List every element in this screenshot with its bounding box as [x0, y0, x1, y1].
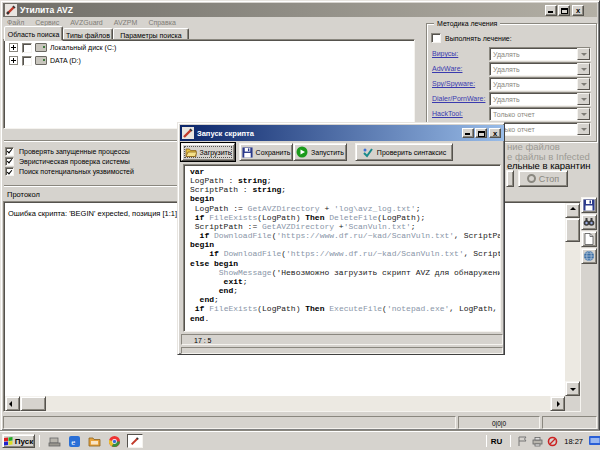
tray-flag-icon[interactable] — [517, 436, 528, 447]
treatment-action-combo[interactable]: Удалять — [489, 62, 591, 76]
stop-icon — [527, 174, 536, 183]
syntax-check-icon — [362, 147, 374, 158]
treatment-row: Spy/Spyware: Удалять — [427, 77, 598, 92]
script-dialog: Запуск скрипта x var LogPath : string; S… — [177, 122, 505, 355]
treatment-category-link[interactable]: Вирусы: — [432, 50, 458, 57]
clock: 18:27 — [564, 437, 583, 446]
start-button[interactable]: Пуск — [2, 434, 35, 448]
scan-option[interactable]: Эвристическая проверка системы — [5, 156, 134, 166]
web-button[interactable] — [581, 248, 597, 264]
treatment-action-combo[interactable]: Удалять — [489, 77, 591, 91]
scan-option-checkbox[interactable] — [5, 147, 14, 156]
script-editor[interactable]: var LogPath : string; ScriptPath : strin… — [183, 164, 501, 332]
treatment-group-title: Методика лечения — [434, 20, 500, 27]
save-log-button[interactable] — [581, 197, 597, 213]
clear-log-button[interactable] — [581, 231, 597, 247]
start-scan-button-fragment[interactable] — [506, 170, 514, 187]
treatment-category-link[interactable]: Spy/Spyware: — [432, 80, 475, 87]
treatment-action-combo[interactable]: Удалять — [489, 47, 591, 61]
treatment-category-link[interactable]: AdvWare: — [432, 65, 462, 72]
tree-checkbox[interactable] — [22, 56, 32, 66]
tree-item[interactable]: DATA (D:) — [4, 55, 414, 66]
drive-icon — [35, 56, 47, 65]
combo-dropdown-button[interactable] — [577, 63, 590, 75]
scroll-up-button[interactable] — [565, 203, 580, 218]
hscroll-thumb[interactable] — [20, 396, 46, 411]
taskbar: Пуск e RU — [0, 431, 600, 450]
binoculars-icon — [583, 216, 595, 228]
enable-treatment-row[interactable]: Выполнять лечение: — [431, 33, 512, 43]
status-panel-right — [542, 416, 597, 429]
dialog-button-open-folder[interactable]: Загрузить — [181, 143, 235, 161]
tray-keyboard-icon[interactable] — [589, 436, 600, 447]
search-area-tree[interactable]: Локальный диск (C:) DATA (D:) — [3, 39, 415, 129]
save-floppy-icon — [242, 147, 253, 158]
tray-antivirus-icon[interactable] — [547, 436, 558, 447]
dialog-statusbar2 — [181, 347, 503, 354]
windows-logo-icon — [4, 437, 13, 446]
scan-option[interactable]: Проверять запущенные процессы — [5, 146, 134, 156]
dialog-button-save-floppy[interactable]: Сохранить — [239, 143, 293, 161]
quicklaunch-ie-icon[interactable]: e — [68, 435, 81, 448]
scroll-corner — [565, 396, 580, 411]
document-icon — [583, 233, 595, 245]
status-panel-main — [3, 416, 456, 429]
combo-dropdown-button[interactable] — [577, 93, 590, 105]
desktop: Утилита AVZ x Файл Сервис AVZGuard AVZPM… — [0, 0, 600, 450]
scroll-left-button[interactable] — [5, 396, 20, 411]
quicklaunch-chrome-icon[interactable] — [108, 435, 121, 448]
tab-0[interactable]: Область поиска — [4, 26, 63, 41]
maximize-button[interactable] — [558, 5, 570, 16]
avz-app-icon — [5, 4, 17, 16]
combo-dropdown-button[interactable] — [577, 108, 590, 120]
enable-treatment-label: Выполнять лечение: — [445, 35, 512, 42]
dialog-button-run[interactable]: Запустить — [293, 143, 347, 161]
scroll-right-button[interactable] — [550, 396, 565, 411]
enable-treatment-checkbox[interactable] — [431, 33, 441, 43]
minimize-button[interactable] — [545, 5, 557, 16]
cursor-position: 17 : 5 — [194, 337, 212, 344]
vscroll-thumb[interactable] — [565, 218, 580, 242]
treatment-category-link[interactable]: Dialer/PornWare: — [432, 95, 485, 102]
treatment-row: Вирусы: Удалять — [427, 47, 598, 62]
language-indicator[interactable]: RU — [491, 437, 503, 446]
combo-dropdown-button[interactable] — [577, 123, 590, 135]
protocol-hscrollbar[interactable] — [5, 396, 565, 411]
treatment-action-combo[interactable]: Удалять — [489, 92, 591, 106]
scan-option-checkbox[interactable] — [5, 157, 14, 166]
search-log-button[interactable] — [581, 214, 597, 230]
main-titlebar[interactable]: Утилита AVZ x — [3, 3, 597, 17]
tree-checkbox[interactable] — [22, 43, 32, 53]
quicklaunch-folder-icon[interactable] — [88, 435, 101, 448]
taskbar-avz-button[interactable] — [127, 434, 143, 448]
scan-option-checkbox[interactable] — [5, 167, 14, 176]
menu-item[interactable]: Справка — [146, 18, 177, 27]
dialog-button-syntax-check[interactable]: Проверить синтаксис — [355, 143, 453, 161]
tree-expander-icon[interactable] — [9, 56, 18, 65]
tree-expander-icon[interactable] — [9, 43, 18, 52]
dialog-minimize-button[interactable] — [462, 128, 474, 138]
treatment-category-link[interactable]: HackTool: — [432, 110, 463, 117]
treatment-row: Dialer/PornWare: Удалять — [427, 92, 598, 107]
menu-item[interactable]: AVZPM — [112, 18, 140, 27]
protocol-vscrollbar[interactable] — [565, 203, 580, 396]
dialog-titlebar[interactable]: Запуск скрипта x — [180, 125, 504, 141]
treatment-action-combo[interactable]: Только отчет — [489, 107, 591, 121]
dialog-close-button[interactable]: x — [489, 128, 501, 138]
drive-icon — [35, 43, 47, 52]
dialog-maximize-button[interactable] — [475, 128, 487, 138]
tree-item-label: DATA (D:) — [50, 57, 81, 64]
tray-printer-icon[interactable] — [532, 436, 543, 447]
tree-item[interactable]: Локальный диск (C:) — [4, 42, 414, 53]
main-window-title: Утилита AVZ — [20, 5, 73, 15]
quicklaunch-desktop-icon[interactable] — [48, 435, 61, 448]
menu-item[interactable]: AVZGuard — [68, 18, 105, 27]
combo-dropdown-button[interactable] — [577, 78, 590, 90]
run-icon — [296, 146, 308, 158]
option-label-fragment: ельные в карантин — [507, 160, 591, 171]
combo-dropdown-button[interactable] — [577, 48, 590, 60]
scroll-down-button[interactable] — [565, 381, 580, 396]
close-button[interactable]: x — [572, 5, 584, 16]
stop-button[interactable]: Стоп — [518, 170, 568, 187]
scan-option[interactable]: Поиск потенциальных уязвимостей — [5, 167, 134, 177]
